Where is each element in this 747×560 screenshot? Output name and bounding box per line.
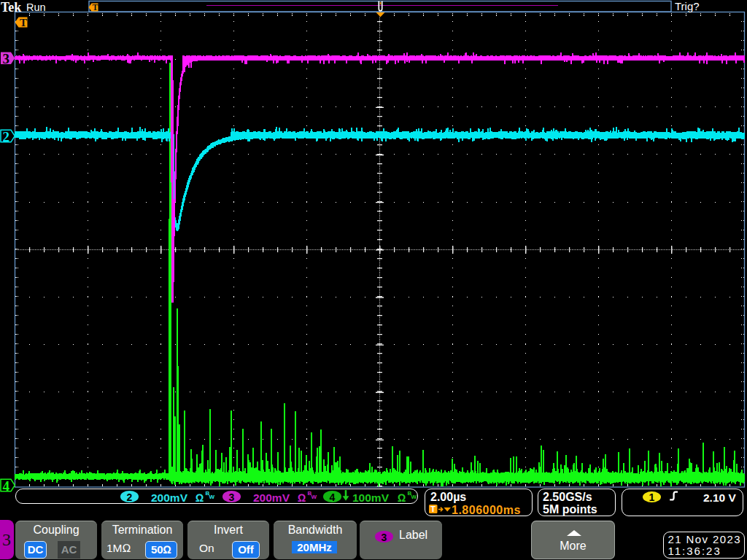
svg-text:T: T bbox=[430, 505, 436, 513]
svg-text:T: T bbox=[93, 2, 98, 12]
svg-text:T: T bbox=[20, 17, 27, 28]
